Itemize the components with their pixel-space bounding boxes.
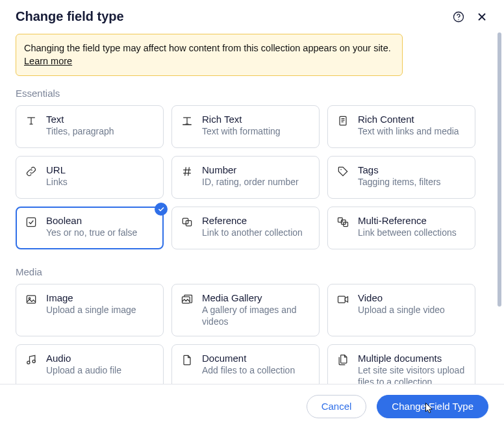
field-type-desc: Titles, paragraph xyxy=(46,125,155,137)
field-type-name: Media Gallery xyxy=(202,292,311,303)
warning-banner: Changing the field type may affect how c… xyxy=(16,34,403,76)
field-type-name: Multiple documents xyxy=(358,353,467,364)
field-type-media-gallery[interactable]: Media GalleryA gallery of images and vid… xyxy=(171,284,320,336)
close-icon[interactable] xyxy=(475,10,488,23)
field-type-url[interactable]: URLLinks xyxy=(16,156,164,199)
document-icon xyxy=(336,114,350,140)
scrollbar[interactable] xyxy=(498,32,501,384)
field-type-desc: A gallery of images and videos xyxy=(202,304,311,327)
field-type-name: Rich Text xyxy=(202,114,311,125)
field-type-desc: Text with formatting xyxy=(202,125,311,137)
image-icon xyxy=(24,292,38,327)
svg-rect-5 xyxy=(183,218,188,223)
svg-rect-10 xyxy=(27,296,35,303)
field-type-name: Reference xyxy=(202,215,311,226)
tag-icon xyxy=(336,164,350,190)
svg-point-3 xyxy=(340,169,342,170)
field-type-desc: Upload a audio file xyxy=(46,364,155,376)
help-icon[interactable] xyxy=(452,10,465,23)
multi-reference-icon xyxy=(336,215,350,241)
field-type-name: Text xyxy=(46,114,155,125)
field-type-name: URL xyxy=(46,164,155,175)
field-type-name: Tags xyxy=(358,164,467,175)
scrollbar-thumb[interactable] xyxy=(498,32,501,307)
field-type-desc: Let site site visitors upload files to a… xyxy=(358,364,467,384)
section-label-essentials: Essentials xyxy=(16,88,490,99)
svg-rect-2 xyxy=(340,116,346,125)
field-type-rich-content[interactable]: Rich ContentText with links and media xyxy=(327,105,475,148)
field-type-desc: Upload a single image xyxy=(46,304,155,316)
field-type-text[interactable]: TextTitles, paragraph xyxy=(16,105,164,148)
essentials-grid: TextTitles, paragraph Rich TextText with… xyxy=(16,105,490,249)
audio-icon xyxy=(24,353,38,384)
field-type-number[interactable]: NumberID, rating, order number xyxy=(171,156,320,199)
field-type-desc: ID, rating, order number xyxy=(202,176,311,188)
cancel-button[interactable]: Cancel xyxy=(307,395,367,418)
media-grid: ImageUpload a single image Media Gallery… xyxy=(16,284,490,384)
field-type-name: Number xyxy=(202,164,311,175)
field-type-name: Image xyxy=(46,292,155,303)
hash-icon xyxy=(180,164,194,190)
field-type-tags[interactable]: TagsTagging items, filters xyxy=(327,156,475,199)
learn-more-link[interactable]: Learn more xyxy=(24,56,72,66)
field-type-name: Multi-Reference xyxy=(358,215,467,226)
field-type-desc: Add files to a collection xyxy=(202,364,311,376)
gallery-icon xyxy=(180,292,194,327)
svg-rect-6 xyxy=(186,221,191,226)
change-field-type-dialog: Change field type Changing the field typ… xyxy=(0,0,504,428)
field-type-multiple-documents[interactable]: Multiple documentsLet site site visitors… xyxy=(327,344,475,384)
field-type-name: Audio xyxy=(46,353,155,364)
field-type-name: Boolean xyxy=(46,215,155,226)
video-icon xyxy=(336,292,350,327)
rich-text-icon xyxy=(180,114,194,140)
field-type-desc: Link to another collection xyxy=(202,227,311,238)
selected-check-icon xyxy=(155,203,168,216)
field-type-document[interactable]: DocumentAdd files to a collection xyxy=(171,344,320,384)
svg-point-15 xyxy=(32,360,35,362)
field-type-audio[interactable]: AudioUpload a audio file xyxy=(16,344,164,384)
content-scroll-area[interactable]: Changing the field type may affect how c… xyxy=(0,32,495,384)
svg-point-1 xyxy=(458,19,459,19)
dialog-header: Change field type xyxy=(0,0,504,31)
field-type-desc: Upload a single video xyxy=(358,304,467,316)
dialog-footer: Cancel Change Field Type xyxy=(0,384,504,428)
field-type-video[interactable]: VideoUpload a single video xyxy=(327,284,475,336)
section-label-media: Media xyxy=(16,266,490,277)
field-type-desc: Text with links and media xyxy=(358,125,467,137)
field-type-name: Rich Content xyxy=(358,114,467,125)
field-type-desc: Tagging items, filters xyxy=(358,176,467,188)
field-type-boolean[interactable]: BooleanYes or no, true or false xyxy=(16,207,164,249)
field-type-rich-text[interactable]: Rich TextText with formatting xyxy=(171,105,320,148)
file-icon xyxy=(180,353,194,384)
field-type-name: Document xyxy=(202,353,311,364)
files-icon xyxy=(336,353,350,384)
field-type-desc: Link between collections xyxy=(358,227,467,238)
svg-rect-4 xyxy=(27,218,35,226)
text-icon xyxy=(24,114,38,140)
svg-rect-13 xyxy=(338,296,346,303)
reference-icon xyxy=(180,215,194,241)
field-type-desc: Links xyxy=(46,176,155,188)
svg-point-14 xyxy=(27,361,30,364)
field-type-desc: Yes or no, true or false xyxy=(46,227,155,238)
field-type-multi-reference[interactable]: Multi-ReferenceLink between collections xyxy=(327,207,475,249)
checkbox-icon xyxy=(24,215,38,241)
field-type-image[interactable]: ImageUpload a single image xyxy=(16,284,164,336)
field-type-reference[interactable]: ReferenceLink to another collection xyxy=(171,207,320,249)
banner-text: Changing the field type may affect how c… xyxy=(24,43,391,66)
dialog-title: Change field type xyxy=(16,9,124,24)
link-icon xyxy=(24,164,38,190)
change-field-type-button[interactable]: Change Field Type xyxy=(377,395,488,418)
field-type-name: Video xyxy=(358,292,467,303)
